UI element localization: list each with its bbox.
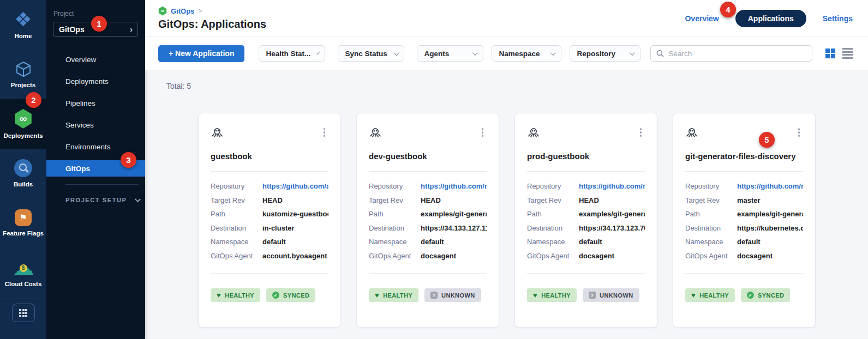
field-namespace: Namespacedefault — [527, 235, 645, 249]
health-status-badge: ♥HEALTHY — [527, 288, 577, 302]
sidebar-item-deployments-nav[interactable]: Deployments — [46, 70, 145, 92]
field-gitops-agent: GitOps Agentdocsagent — [527, 249, 645, 263]
breadcrumb-separator: > — [198, 7, 202, 15]
card-divider — [685, 171, 803, 172]
sync-status-badge: ✓SYNCED — [741, 288, 790, 302]
application-name[interactable]: dev-guestbook — [369, 152, 487, 161]
builds-icon — [14, 159, 32, 177]
sidebar-item-cloud-costs[interactable]: ☁$ Cloud Costs — [0, 248, 46, 298]
application-card-prod-guestbook[interactable]: prod-guestbook Repositoryhttps://github.… — [514, 113, 657, 328]
sidebar-item-projects[interactable]: Projects — [0, 50, 46, 99]
module-label: Deployments — [3, 132, 43, 140]
module-label: Projects — [11, 82, 35, 89]
breadcrumb-gitops-link[interactable]: GitOps — [171, 7, 194, 15]
field-destination: Destinationin-cluster — [211, 221, 328, 235]
card-menu-button[interactable] — [478, 126, 487, 138]
tab-settings[interactable]: Settings — [823, 14, 853, 23]
application-card-dev-guestbook[interactable]: dev-guestbook Repositoryhttps://github.c… — [356, 113, 499, 328]
filter-namespace[interactable]: Namespace — [492, 45, 561, 62]
chevron-down-icon — [472, 50, 478, 56]
argo-app-icon — [369, 126, 382, 140]
annotation-badge-3: 3 — [121, 152, 136, 168]
repository-link[interactable]: https://github.com/m... — [421, 182, 487, 190]
projects-icon — [15, 60, 32, 78]
chevron-right-icon: › — [130, 25, 133, 34]
field-namespace: Namespacedefault — [369, 235, 487, 249]
main-area: ∞ GitOps > GitOps: Applications Overview… — [145, 0, 868, 339]
repository-link[interactable]: https://github.com/m... — [737, 182, 803, 190]
cloud-costs-icon: ☁$ — [13, 258, 34, 277]
dollar-icon: $ — [20, 264, 27, 272]
sidebar-item-builds[interactable]: Builds — [0, 149, 46, 198]
filter-sync-status[interactable]: Sync Status — [338, 45, 404, 62]
apps-grid-icon — [19, 309, 27, 317]
sidebar-item-services[interactable]: Services — [46, 114, 145, 136]
module-label: Feature Flags — [3, 230, 44, 237]
card-divider — [527, 171, 645, 172]
card-divider — [369, 273, 487, 274]
field-gitops-agent: GitOps Agentaccount.byoaagent — [211, 249, 328, 263]
card-divider — [369, 171, 487, 172]
field-destination: Destinationhttps://34.133.127.118 — [369, 221, 487, 235]
tab-overview[interactable]: Overview — [685, 14, 719, 23]
chevron-down-icon — [316, 51, 320, 55]
field-destination: Destinationhttps://34.173.123.70 — [527, 221, 645, 235]
deployments-icon: ∞ — [14, 109, 33, 129]
filter-agents[interactable]: Agents — [417, 45, 483, 62]
chevron-down-icon — [394, 50, 399, 56]
card-menu-button[interactable] — [795, 126, 804, 138]
field-path: Pathexamples/git-genera... — [369, 207, 487, 221]
gitops-icon: ∞ — [158, 7, 167, 16]
tab-applications[interactable]: Applications — [735, 10, 806, 27]
field-namespace: Namespacedefault — [211, 235, 328, 249]
sidebar-item-overview[interactable]: Overview — [46, 49, 145, 70]
module-rail: ❖ Home Projects ∞ Deployments Builds ⚑ F… — [0, 0, 46, 339]
feature-flags-icon: ⚑ — [15, 209, 32, 226]
sidebar-item-pipelines[interactable]: Pipelines — [46, 92, 145, 114]
application-card-guestbook[interactable]: guestbook Repositoryhttps://github.com/a… — [198, 113, 341, 328]
list-view-icon[interactable] — [842, 48, 853, 59]
header-tabs: Overview Applications Settings — [685, 10, 853, 27]
breadcrumb: ∞ GitOps > — [158, 7, 266, 16]
applications-toolbar: + New Application Health Stat... Sync St… — [145, 37, 868, 70]
card-menu-button[interactable] — [320, 126, 329, 138]
filter-health-status[interactable]: Health Stat... — [259, 45, 325, 62]
repository-link[interactable]: https://github.com/m... — [579, 182, 645, 190]
project-setup-toggle[interactable]: PROJECT SETUP — [65, 197, 145, 203]
field-path: Pathkustomize-guestbook — [211, 207, 328, 221]
annotation-badge-1: 1 — [91, 16, 107, 32]
field-path: Pathexamples/git-genera... — [527, 207, 645, 221]
sidebar-item-home[interactable]: ❖ Home — [0, 0, 46, 50]
field-repository: Repositoryhttps://github.com/m... — [369, 179, 487, 193]
application-card-git-generator-files-discovery[interactable]: git-generator-files-discovery Repository… — [673, 113, 816, 328]
field-repository: Repositoryhttps://github.com/a... — [211, 179, 328, 193]
sidebar-item-feature-flags[interactable]: ⚑ Feature Flags — [0, 198, 46, 248]
argo-app-icon — [527, 126, 540, 140]
grid-view-icon[interactable] — [825, 49, 835, 58]
question-icon: ? — [589, 292, 596, 299]
search-input[interactable] — [668, 50, 806, 58]
page-header: ∞ GitOps > GitOps: Applications Overview… — [145, 0, 868, 37]
sidebar-item-deployments[interactable]: ∞ Deployments — [0, 99, 46, 149]
card-menu-button[interactable] — [637, 126, 645, 138]
health-status-badge: ♥HEALTHY — [685, 288, 735, 302]
rail-divider — [0, 299, 46, 299]
all-modules-button[interactable] — [12, 304, 35, 322]
gitops-applications-page: ❖ Home Projects ∞ Deployments Builds ⚑ F… — [0, 0, 868, 339]
argo-app-icon — [211, 126, 224, 140]
new-application-button[interactable]: + New Application — [158, 45, 244, 62]
view-toggle — [825, 48, 853, 59]
application-name[interactable]: guestbook — [211, 152, 328, 161]
sync-status-badge: ?UNKNOWN — [583, 288, 639, 302]
application-name[interactable]: git-generator-files-discovery — [685, 152, 803, 161]
application-name[interactable]: prod-guestbook — [527, 152, 645, 161]
heart-icon: ♥ — [533, 292, 537, 299]
card-divider — [211, 171, 328, 172]
applications-content: Total: 5 guestbook — [145, 70, 868, 328]
annotation-badge-5: 5 — [759, 132, 775, 148]
health-status-badge: ♥HEALTHY — [211, 288, 260, 302]
field-namespace: Namespacedefault — [685, 235, 803, 249]
heart-icon: ♥ — [375, 292, 379, 299]
repository-link[interactable]: https://github.com/a... — [262, 182, 328, 190]
filter-repository[interactable]: Repository — [570, 45, 640, 62]
